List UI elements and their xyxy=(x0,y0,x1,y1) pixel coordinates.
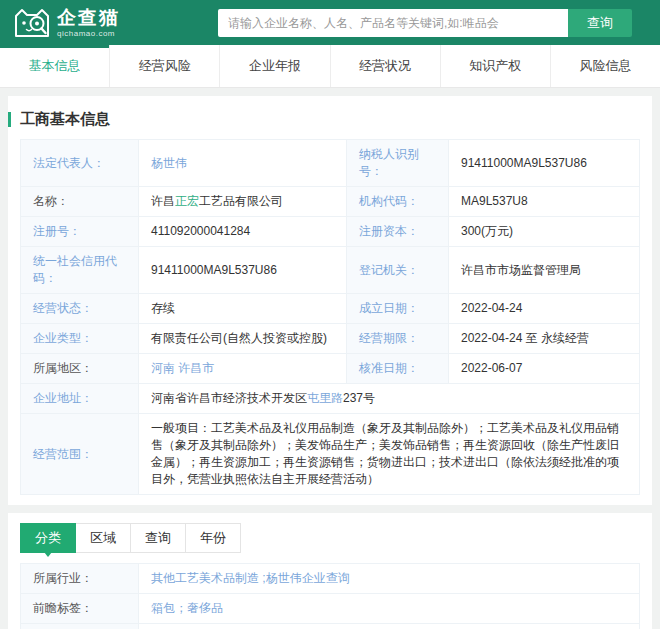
field-label[interactable]: 经营状态： xyxy=(21,294,139,324)
qichamao-logo[interactable]: 企查猫 qichamao.com xyxy=(14,8,120,38)
value-text: 工艺品有限公司 xyxy=(199,194,283,208)
value-text: 300(万元) xyxy=(461,224,513,238)
field-value: 2022-04-24 xyxy=(449,294,640,324)
field-value: 411092000041284 xyxy=(139,217,347,247)
app-header: 企查猫 qichamao.com 查询 xyxy=(0,0,660,45)
field-label[interactable]: 统一社会信用代码： xyxy=(21,247,139,294)
section-header: 工商基本信息 xyxy=(8,96,652,139)
field-value: 2022-04-24 至 永续经营 xyxy=(449,324,640,354)
page-title: 工商基本信息 xyxy=(20,110,110,129)
field-label[interactable]: 注册号： xyxy=(21,217,139,247)
table-row: 名称：许昌正宏工艺品有限公司机构代码：MA9L537U8 xyxy=(21,187,640,217)
filter-tab-1[interactable]: 分类 xyxy=(20,523,76,553)
table-row: 前瞻标签：箱包；奢侈品 xyxy=(21,594,640,624)
field-value: 婚纱摄影器材；珠宝首饰 xyxy=(139,624,640,629)
field-label[interactable]: 登记机关： xyxy=(347,247,449,294)
filter-tab-4[interactable]: 年份 xyxy=(185,523,241,553)
table-row: 法定代表人：杨世伟纳税人识别号：91411000MA9L537U86 xyxy=(21,140,640,187)
nav-tab-4[interactable]: 经营状况 xyxy=(331,45,441,87)
value-text: 有限责任公司(自然人投资或控股) xyxy=(151,331,327,345)
field-value: 许昌市市场监督管理局 xyxy=(449,247,640,294)
separator: ; xyxy=(259,571,266,585)
field-label: 所属行业： xyxy=(21,564,139,594)
field-value: MA9L537U8 xyxy=(449,187,640,217)
value-link[interactable]: 河南 许昌市 xyxy=(151,361,214,375)
nav-tab-3[interactable]: 企业年报 xyxy=(220,45,330,87)
field-value: 河南省许昌市经济技术开发区屯里路237号 xyxy=(139,384,640,414)
table-row: 经营范围：一般项目：工艺美术品及礼仪用品制造（象牙及其制品除外）；工艺美术品及礼… xyxy=(21,414,640,495)
field-label[interactable]: 法定代表人： xyxy=(21,140,139,187)
brand-name: 企查猫 xyxy=(57,8,120,27)
field-label[interactable]: 注册资本： xyxy=(347,217,449,247)
value-text: 2022-04-24 至 永续经营 xyxy=(461,331,589,345)
field-label: 名称： xyxy=(21,187,139,217)
business-info-table: 法定代表人：杨世伟纳税人识别号：91411000MA9L537U86名称：许昌正… xyxy=(20,139,640,495)
value-text: MA9L537U8 xyxy=(461,194,528,208)
field-label[interactable]: 企业地址： xyxy=(21,384,139,414)
value-link[interactable]: 屯里路 xyxy=(307,391,343,405)
value-text: 存续 xyxy=(151,301,175,315)
field-value: 杨世伟 xyxy=(139,140,347,187)
value-text: 许昌 xyxy=(151,194,175,208)
table-row: 展会标签：婚纱摄影器材；珠宝首饰 xyxy=(21,624,640,629)
tag-link[interactable]: 其他工艺美术品制造 xyxy=(151,571,259,585)
table-row: 企业地址：河南省许昌市经济技术开发区屯里路237号 xyxy=(21,384,640,414)
value-text: 237号 xyxy=(343,391,375,405)
field-value: 300(万元) xyxy=(449,217,640,247)
value-text: 河南省许昌市经济技术开发区 xyxy=(151,391,307,405)
tag-link[interactable]: 杨世伟企业查询 xyxy=(266,571,350,585)
field-label[interactable]: 机构代码： xyxy=(347,187,449,217)
field-label[interactable]: 成立日期： xyxy=(347,294,449,324)
value-text: 411092000041284 xyxy=(151,224,250,238)
field-value: 91411000MA9L537U86 xyxy=(449,140,640,187)
value-text: 2022-04-24 xyxy=(461,301,522,315)
value-text: 2022-06-07 xyxy=(461,361,522,375)
cat-magnifier-logo-icon xyxy=(14,8,50,38)
field-value: 箱包；奢侈品 xyxy=(139,594,640,624)
value-text: 正宏 xyxy=(175,194,199,208)
nav-tab-6[interactable]: 风险信息 xyxy=(551,45,660,87)
separator: ； xyxy=(175,601,187,615)
field-label: 前瞻标签： xyxy=(21,594,139,624)
field-label: 展会标签： xyxy=(21,624,139,629)
filter-tab-3[interactable]: 查询 xyxy=(130,523,186,553)
value-text: 一般项目：工艺美术品及礼仪用品制造（象牙及其制品除外）；工艺美术品及礼仪用品销售… xyxy=(151,421,619,486)
search-input[interactable] xyxy=(218,9,568,37)
field-value: 91411000MA9L537U86 xyxy=(139,247,347,294)
field-value: 河南 许昌市 xyxy=(139,354,347,384)
table-row: 企业类型：有限责任公司(自然人投资或控股)经营期限：2022-04-24 至 永… xyxy=(21,324,640,354)
classification-card: 分类区域查询年份 所属行业：其他工艺美术品制造 ;杨世伟企业查询前瞻标签：箱包；… xyxy=(8,513,652,629)
classification-table: 所属行业：其他工艺美术品制造 ;杨世伟企业查询前瞻标签：箱包；奢侈品展会标签：婚… xyxy=(20,563,640,629)
field-label[interactable]: 核准日期： xyxy=(347,354,449,384)
field-label: 所属地区： xyxy=(21,354,139,384)
business-info-card: 工商基本信息 法定代表人：杨世伟纳税人识别号：91411000MA9L537U8… xyxy=(8,96,652,505)
field-label[interactable]: 经营范围： xyxy=(21,414,139,495)
nav-tab-2[interactable]: 经营风险 xyxy=(110,45,220,87)
table-row: 统一社会信用代码：91411000MA9L537U86登记机关：许昌市市场监督管… xyxy=(21,247,640,294)
field-value: 存续 xyxy=(139,294,347,324)
tag-link[interactable]: 奢侈品 xyxy=(187,601,223,615)
search-bar: 查询 xyxy=(218,9,632,37)
field-value: 其他工艺美术品制造 ;杨世伟企业查询 xyxy=(139,564,640,594)
section-accent-bar xyxy=(8,112,11,127)
nav-tab-1[interactable]: 基本信息 xyxy=(0,45,110,87)
value-link[interactable]: 杨世伟 xyxy=(151,156,187,170)
filter-tab-2[interactable]: 区域 xyxy=(75,523,131,553)
field-value: 2022-06-07 xyxy=(449,354,640,384)
field-value: 有限责任公司(自然人投资或控股) xyxy=(139,324,347,354)
table-row: 所属行业：其他工艺美术品制造 ;杨世伟企业查询 xyxy=(21,564,640,594)
field-label[interactable]: 经营期限： xyxy=(347,324,449,354)
value-text: 91411000MA9L537U86 xyxy=(461,156,587,170)
nav-tab-5[interactable]: 知识产权 xyxy=(441,45,551,87)
table-row: 所属地区：河南 许昌市核准日期：2022-06-07 xyxy=(21,354,640,384)
value-text: 许昌市市场监督管理局 xyxy=(461,263,581,277)
brand-domain: qichamao.com xyxy=(57,29,120,38)
search-button[interactable]: 查询 xyxy=(568,9,632,37)
field-label[interactable]: 纳税人识别号： xyxy=(347,140,449,187)
field-value: 许昌正宏工艺品有限公司 xyxy=(139,187,347,217)
value-text: 91411000MA9L537U86 xyxy=(151,263,277,277)
tag-link[interactable]: 箱包 xyxy=(151,601,175,615)
table-row: 注册号：411092000041284注册资本：300(万元) xyxy=(21,217,640,247)
primary-nav: 基本信息经营风险企业年报经营状况知识产权风险信息 xyxy=(0,45,660,88)
field-label[interactable]: 企业类型： xyxy=(21,324,139,354)
